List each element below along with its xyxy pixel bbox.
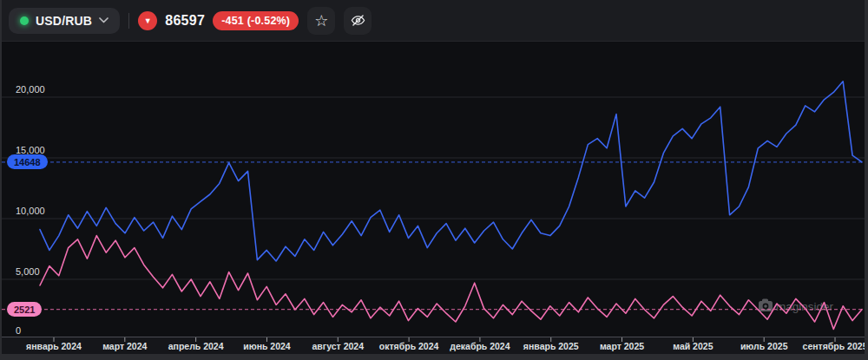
x-axis-label: январь 2024 xyxy=(26,341,82,351)
x-axis-label: сентябрь 2025 xyxy=(803,341,865,351)
x-axis-label: июль 2025 xyxy=(740,341,788,351)
x-axis-label: апрель 2024 xyxy=(168,341,224,351)
x-axis-label: август 2024 xyxy=(312,341,365,351)
eye-off-icon xyxy=(350,12,366,29)
x-axis-label: май 2025 xyxy=(673,341,713,351)
y-axis-label: 0 xyxy=(16,325,21,336)
star-icon: ☆ xyxy=(314,13,328,29)
direction-down-icon: ▼ xyxy=(138,11,157,30)
price-label-pink: 2521 xyxy=(7,302,42,317)
y-axis-label: 10,000 xyxy=(16,206,45,216)
series-line-pink xyxy=(40,236,862,330)
chart-area: 5,00010,00015,00020,0000maginsiderянварь… xyxy=(2,42,865,354)
chevron-down-icon xyxy=(99,17,108,23)
quote-widget: USD/RUB ▼ 86597 -451 (-0.52%) ☆ xyxy=(0,0,868,360)
favorite-button[interactable]: ☆ xyxy=(307,7,335,35)
chart-canvas[interactable]: 5,00010,00015,00020,0000maginsiderянварь… xyxy=(2,42,865,354)
change-badge: -451 (-0.52%) xyxy=(213,11,299,30)
pair-selector[interactable]: USD/RUB xyxy=(9,8,120,34)
x-axis-label: декабрь 2024 xyxy=(450,341,510,351)
x-axis-label: март 2024 xyxy=(102,341,147,351)
price-value: 86597 xyxy=(165,13,205,29)
x-axis-label: октябрь 2024 xyxy=(379,341,439,351)
x-axis-label: март 2025 xyxy=(600,341,644,351)
y-axis-label: 15,000 xyxy=(16,145,45,155)
series-line-blue xyxy=(40,82,862,261)
x-axis-label: январь 2025 xyxy=(523,341,579,351)
price-label-blue: 14648 xyxy=(7,154,48,169)
pair-label: USD/RUB xyxy=(36,14,92,28)
x-axis-label: июнь 2024 xyxy=(243,341,291,351)
widget-header: USD/RUB ▼ 86597 -451 (-0.52%) ☆ xyxy=(2,0,865,42)
y-axis-label: 5,000 xyxy=(16,266,40,277)
hide-button[interactable] xyxy=(344,7,372,35)
widget-panel: USD/RUB ▼ 86597 -451 (-0.52%) ☆ xyxy=(2,0,865,354)
header-divider xyxy=(128,13,129,29)
price-group: ▼ 86597 -451 (-0.52%) xyxy=(138,11,299,30)
y-axis-label: 20,000 xyxy=(16,84,45,95)
status-dot-icon xyxy=(20,16,29,25)
